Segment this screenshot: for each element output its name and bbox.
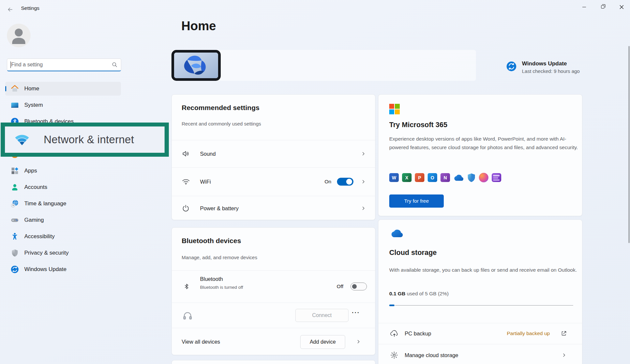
speaker-icon (182, 149, 190, 158)
chevron-right-icon (356, 339, 361, 344)
sound-row[interactable]: Sound (172, 140, 375, 167)
annotation-highlight-box: Network & internet (1, 123, 169, 157)
manage-cloud-storage-row[interactable]: Manage cloud storage (378, 344, 582, 364)
add-device-button[interactable]: Add device (300, 335, 345, 349)
minimize-button[interactable] (576, 1, 592, 12)
bloom-wallpaper (174, 53, 218, 78)
window-title: Settings (21, 5, 39, 11)
back-button[interactable] (5, 4, 16, 15)
connect-button[interactable]: Connect (295, 309, 349, 322)
windows-update-icon (506, 61, 517, 72)
privacy-shield-icon (11, 249, 19, 257)
card-title: Try Microsoft 365 (389, 121, 447, 129)
bluetooth-icon (183, 282, 190, 291)
sidebar-item-label: Apps (24, 168, 37, 174)
gaming-icon (11, 216, 19, 224)
restore-icon (601, 5, 604, 9)
outlook-icon: O (428, 173, 437, 182)
progress-fill (389, 305, 394, 306)
onedrive-icon (453, 174, 464, 181)
card-title: Bluetooth devices (182, 237, 241, 245)
annotation-callout: Network & internet (5, 126, 165, 153)
device-wallpaper-thumbnail (171, 50, 221, 81)
windows-update-status: Last checked: 9 hours ago (522, 68, 620, 74)
progress-track (395, 305, 573, 306)
selected-indicator (5, 86, 6, 91)
toggle-state-label: Off (337, 284, 343, 289)
annotation-label: Network & internet (44, 133, 134, 146)
text-caret (11, 61, 11, 68)
card-subtitle: Recent and commonly used settings (182, 121, 261, 126)
microsoft-logo (389, 104, 400, 114)
windows-update-title: Windows Update (522, 60, 620, 67)
chevron-right-icon (361, 179, 366, 184)
apps-icon (11, 167, 19, 175)
power-battery-row[interactable]: Power & battery (172, 196, 375, 220)
search-box[interactable] (7, 58, 121, 71)
sidebar-item-apps[interactable]: Apps (5, 164, 121, 178)
sidebar-item-label: Accessibility (24, 233, 55, 240)
windows-update-chip[interactable]: Windows Update Last checked: 9 hours ago (506, 60, 620, 74)
power-icon (182, 204, 190, 212)
row-label: Sound (200, 150, 216, 157)
more-options-button[interactable]: … (351, 305, 360, 315)
excel-icon: X (402, 173, 412, 182)
chevron-right-icon (361, 206, 366, 211)
wifi-row[interactable]: WiFi On (172, 167, 375, 196)
row-sublabel: Bluetooth is turned off (200, 285, 243, 290)
sidebar-item-windows-update[interactable]: Windows Update (5, 262, 121, 276)
defender-icon (467, 173, 476, 182)
wifi-icon (182, 177, 190, 186)
onenote-icon: N (440, 173, 450, 182)
sidebar-item-label: Gaming (24, 217, 44, 223)
time-language-icon (11, 199, 19, 208)
sidebar-item-home[interactable]: Home (5, 82, 121, 96)
restore-button[interactable] (595, 1, 610, 12)
person-icon (7, 24, 31, 47)
try-for-free-button[interactable]: Try for free (389, 194, 444, 208)
back-arrow-icon (7, 6, 13, 13)
row-label: Bluetooth (200, 276, 223, 282)
chevron-right-icon (562, 353, 566, 357)
vertical-scrollbar[interactable] (628, 46, 630, 243)
sidebar-item-time-language[interactable]: Time & language (5, 197, 121, 211)
onedrive-icon (390, 229, 403, 238)
headphones-icon (182, 310, 193, 321)
external-link-icon (561, 330, 567, 337)
close-button[interactable] (614, 1, 629, 12)
sidebar-item-label: Windows Update (24, 266, 67, 273)
toggle-knob (346, 179, 352, 185)
gear-icon (390, 351, 398, 359)
toggle-knob (352, 284, 357, 289)
system-icon (11, 101, 19, 109)
sidebar-item-accessibility[interactable]: Accessibility (5, 230, 121, 243)
card-title: Recommended settings (182, 104, 259, 112)
page-title: Home (181, 19, 216, 33)
search-input[interactable] (11, 62, 112, 68)
card-title: Cloud storage (389, 249, 437, 257)
powerpoint-icon: P (415, 173, 424, 182)
avatar[interactable] (7, 24, 31, 47)
paired-device-row[interactable]: Connect … (172, 303, 375, 328)
sidebar-item-label: Time & language (24, 200, 66, 207)
wifi-toggle[interactable] (337, 178, 353, 186)
row-label: WiFi (200, 178, 211, 185)
bluetooth-devices-card: Bluetooth devices Manage, add, and remov… (171, 227, 375, 355)
bluetooth-toggle[interactable] (350, 283, 367, 290)
sidebar-item-system[interactable]: System (5, 98, 121, 112)
backup-status: Partially backed up (507, 330, 550, 336)
wifi-icon (13, 133, 31, 146)
sidebar-item-label: Home (24, 85, 39, 92)
copilot-icon (479, 173, 488, 182)
sidebar-item-privacy-security[interactable]: Privacy & security (5, 246, 121, 260)
sidebar-item-accounts[interactable]: Accounts (5, 180, 121, 194)
search-icon (112, 62, 118, 68)
chevron-right-icon (361, 151, 366, 156)
bluetooth-toggle-row[interactable]: Bluetooth Bluetooth is turned off Off (172, 270, 375, 303)
clipchamp-icon (492, 173, 501, 182)
pc-backup-row[interactable]: PC backup Partially backed up (378, 323, 582, 344)
windows-update-icon (11, 265, 19, 274)
view-all-devices-row[interactable]: View all devices Add device (172, 328, 375, 355)
sidebar-item-gaming[interactable]: Gaming (5, 213, 121, 227)
office-app-icons: W X P O N (389, 173, 501, 182)
